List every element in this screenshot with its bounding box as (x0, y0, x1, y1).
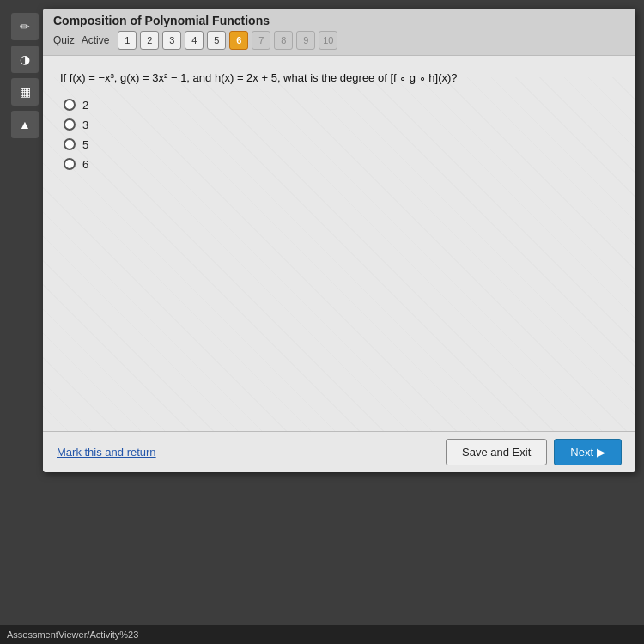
radio-6[interactable] (64, 158, 76, 170)
active-label: Active (82, 34, 110, 46)
up-arrow-icon[interactable]: ▲ (11, 111, 39, 138)
nav-btn-7[interactable]: 7 (252, 31, 270, 50)
answer-label-6: 6 (82, 158, 88, 171)
mark-return-link[interactable]: Mark this and return (57, 446, 156, 459)
nav-btn-8[interactable]: 8 (274, 31, 293, 50)
footer-buttons: Save and Exit Next ▶ (446, 439, 622, 465)
panel-title: Composition of Polynomial Functions (53, 14, 625, 27)
answer-options: 2 3 5 6 (64, 99, 618, 171)
headphone-icon[interactable]: ◑ (11, 46, 39, 73)
radio-2[interactable] (64, 99, 76, 111)
nav-btn-2[interactable]: 2 (140, 31, 159, 50)
answer-label-3: 3 (82, 118, 88, 131)
panel-header: Composition of Polynomial Functions Quiz… (43, 9, 635, 56)
answer-option-2[interactable]: 2 (64, 99, 618, 112)
main-panel: Composition of Polynomial Functions Quiz… (43, 9, 635, 472)
question-text: If f(x) = −x³, g(x) = 3x² − 1, and h(x) … (60, 70, 618, 87)
quiz-nav: Quiz Active 1 2 3 4 5 6 7 8 9 10 (53, 31, 625, 50)
next-button[interactable]: Next ▶ (554, 439, 622, 465)
nav-btn-5[interactable]: 5 (207, 31, 226, 50)
radio-3[interactable] (64, 118, 76, 131)
answer-label-5: 5 (82, 138, 88, 151)
nav-btn-6[interactable]: 6 (229, 31, 248, 50)
nav-btn-1[interactable]: 1 (118, 31, 137, 50)
save-exit-button[interactable]: Save and Exit (446, 439, 547, 465)
calculator-icon[interactable]: ▦ (11, 78, 39, 106)
nav-btn-10[interactable]: 10 (319, 31, 337, 50)
next-label: Next (570, 446, 593, 459)
nav-btn-3[interactable]: 3 (162, 31, 181, 50)
question-area: If f(x) = −x³, g(x) = 3x² − 1, and h(x) … (43, 56, 635, 185)
nav-btn-4[interactable]: 4 (185, 31, 204, 50)
status-url: AssessmentViewer/Activity%23 (7, 629, 138, 640)
pencil-icon[interactable]: ✏ (11, 13, 39, 40)
radio-5[interactable] (64, 138, 76, 150)
answer-option-5[interactable]: 5 (64, 138, 618, 151)
next-arrow-icon: ▶ (597, 446, 605, 459)
status-bar: AssessmentViewer/Activity%23 (0, 625, 644, 644)
answer-option-3[interactable]: 3 (64, 118, 618, 131)
panel-footer: Mark this and return Save and Exit Next … (43, 431, 635, 472)
answer-label-2: 2 (82, 99, 88, 112)
nav-btn-9[interactable]: 9 (296, 31, 315, 50)
quiz-label: Quiz (53, 34, 75, 46)
sidebar: ✏ ◑ ▦ ▲ (9, 9, 41, 472)
answer-option-6[interactable]: 6 (64, 158, 618, 171)
